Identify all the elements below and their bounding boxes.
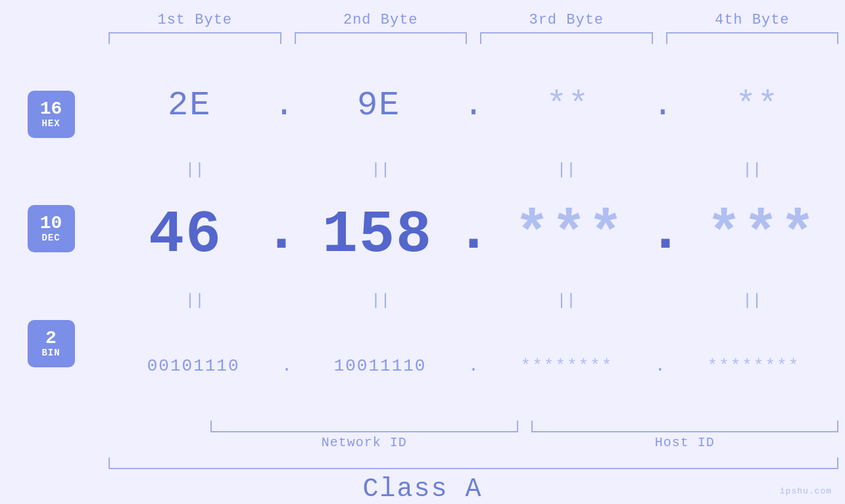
bracket-byte4 [666,32,839,44]
bin-badge: 2 BIN [28,320,75,367]
bin-byte4-value: ******** [707,356,800,376]
bin-byte1-cell: 00101110 [102,356,285,376]
main-container: 1st Byte 2nd Byte 3rd Byte 4th Byte 16 H… [0,0,845,504]
data-columns: 2E . 9E . ** . ** || || || || [102,51,845,453]
dec-byte3-value: *** [514,202,625,269]
eq4: || [660,160,846,181]
hex-byte4-value: ** [736,86,779,125]
bin-byte3-cell: ******** [475,356,658,376]
hex-byte4-cell: ** [669,86,845,125]
equals-row-1: || || || || [102,160,845,181]
bin-badge-label: BIN [41,348,60,358]
top-brackets [0,32,845,44]
host-id-label: Host ID [525,435,846,450]
dec-data-row: 46 . 158 . *** . *** [102,181,845,290]
hex-byte3-value: ** [546,86,590,125]
bin-byte2-value: 10011110 [334,356,427,376]
equals-row-2: || || || || [102,290,845,311]
eq5: || [102,290,288,311]
bracket-byte1 [109,32,281,44]
eq7: || [473,290,660,311]
dec-badge: 10 DEC [28,205,75,252]
byte2-header: 2nd Byte [288,12,474,28]
eq8: || [660,290,846,311]
hex-byte2-value: 9E [357,86,400,125]
dec-byte1-cell: 46 [102,202,269,269]
hex-data-row: 2E . 9E . ** . ** [102,51,845,160]
hex-badge: 16 HEX [28,91,75,138]
byte1-header: 1st Byte [102,12,288,28]
main-area: 16 HEX 10 DEC 2 BIN 2E . 9E [0,51,845,453]
watermark: ipshu.com [780,486,832,496]
badges-column: 16 HEX 10 DEC 2 BIN [0,51,102,453]
byte-headers: 1st Byte 2nd Byte 3rd Byte 4th Byte [0,12,845,28]
bin-byte1-value: 00101110 [147,356,240,376]
bin-byte3-value: ******** [521,356,614,376]
eq2: || [288,160,474,181]
dec-byte4-value: *** [706,202,817,269]
dec-byte4-cell: *** [678,202,845,269]
hex-byte2-cell: 9E [291,86,467,125]
bottom-section: Network ID Host ID [102,421,845,450]
eq3: || [473,160,660,181]
dec-byte2-value: 158 [322,202,433,269]
bin-data-row: 00101110 . 10011110 . ******** . *******… [102,311,845,421]
hex-badge-num: 16 [40,100,62,118]
class-label: Class A [0,474,845,504]
byte4-header: 4th Byte [660,12,846,28]
bin-byte4-cell: ******** [662,356,845,376]
bracket-byte2 [295,32,468,44]
dec-byte3-cell: *** [486,202,653,269]
bottom-brackets [204,421,845,432]
dec-badge-label: DEC [41,233,60,243]
bracket-byte3 [480,32,653,44]
eq1: || [102,160,288,181]
hex-byte1-cell: 2E [102,86,278,125]
hex-badge-label: HEX [41,118,60,129]
outer-bracket [109,457,838,469]
bin-badge-num: 2 [45,329,57,348]
outer-bracket-row [0,457,845,469]
eq6: || [288,290,474,311]
dec-byte2-cell: 158 [294,202,461,269]
dec-byte1-value: 46 [149,202,222,269]
network-bottom-bracket [210,421,518,432]
bin-byte2-cell: 10011110 [289,356,471,376]
hex-byte1-value: 2E [168,86,211,125]
id-labels-row: Network ID Host ID [204,435,845,450]
network-id-label: Network ID [204,435,525,450]
byte3-header: 3rd Byte [473,12,660,28]
hex-byte3-cell: ** [481,86,656,125]
host-bottom-bracket [531,421,839,432]
dec-badge-num: 10 [40,214,62,233]
